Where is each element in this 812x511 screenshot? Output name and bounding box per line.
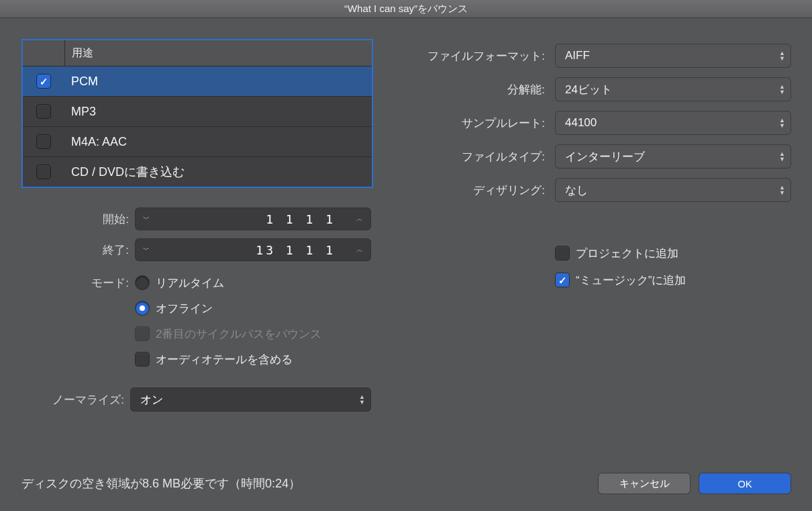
left-column: 用途 PCM MP3	[21, 39, 370, 498]
checkbox-icon	[136, 353, 149, 366]
mode-realtime[interactable]: リアルタイム	[136, 274, 321, 291]
destination-header-check	[23, 40, 65, 66]
file-format-value: AIFF	[565, 49, 590, 62]
dithering-select[interactable]: なし ▲▼	[556, 179, 791, 201]
destination-check-cd[interactable]	[23, 165, 64, 179]
sample-rate-select[interactable]: 44100 ▲▼	[556, 111, 791, 134]
checkbox-icon	[556, 273, 569, 287]
destination-label: M4A: AAC	[64, 135, 372, 149]
sample-rate-value: 44100	[565, 116, 597, 130]
destination-check-m4a[interactable]	[23, 135, 64, 148]
resolution-field: 分解能: 24ビット ▲▼	[397, 73, 791, 106]
start-position-row: 開始: 1 1 1 1	[21, 208, 370, 230]
dithering-field: ディザリング: なし ▲▼	[397, 173, 791, 207]
updown-icon: ▲▼	[779, 118, 785, 128]
destination-header-label: 用途	[65, 40, 372, 66]
file-type-label: ファイルタイプ:	[397, 149, 545, 165]
updown-icon: ▲▼	[779, 185, 785, 195]
normalize-label: ノーマライズ:	[21, 392, 124, 408]
resolution-select[interactable]: 24ビット ▲▼	[556, 78, 791, 101]
file-format-select[interactable]: AIFF ▲▼	[556, 44, 791, 67]
radio-icon	[136, 276, 149, 289]
normalize-value: オン	[140, 392, 163, 408]
mode-offline[interactable]: オフライン	[136, 299, 321, 317]
file-format-label: ファイルフォーマット:	[397, 48, 545, 64]
cancel-label: キャンセル	[619, 477, 670, 490]
normalize-row: ノーマライズ: オン ▲▼	[21, 388, 370, 411]
resolution-value: 24ビット	[565, 82, 612, 97]
sample-rate-field: サンプルレート: 44100 ▲▼	[397, 106, 791, 140]
mode-row: モード: リアルタイム オフライン 2番目のサイクルパスをバウンス	[21, 274, 370, 368]
window-titlebar: “What I can say”をバウンス	[0, 0, 812, 18]
add-to-music-label: “ミュージック”に追加	[576, 273, 686, 288]
destination-row-cd[interactable]: CD / DVDに書き込む	[23, 157, 372, 187]
file-type-field: ファイルタイプ: インターリーブ ▲▼	[397, 140, 791, 173]
resolution-label: 分解能:	[397, 82, 545, 97]
destination-check-pcm[interactable]	[23, 75, 64, 88]
file-format-field: ファイルフォーマット: AIFF ▲▼	[397, 39, 791, 73]
second-pass-label: 2番目のサイクルパスをバウンス	[156, 326, 321, 342]
add-to-project-option[interactable]: プロジェクトに追加	[556, 244, 791, 262]
sample-rate-label: サンプルレート:	[397, 115, 545, 131]
checkbox-icon	[37, 165, 50, 179]
ok-label: OK	[738, 478, 752, 490]
radio-icon	[136, 301, 149, 315]
start-position-stepper[interactable]: 1 1 1 1	[136, 208, 370, 230]
mode-offline-label: オフライン	[156, 301, 213, 316]
dialog-footer: ディスクの空き領域が8.6 MB必要です（時間0:24） キャンセル OK	[21, 473, 791, 494]
window-title: “What I can say”をバウンス	[344, 3, 468, 15]
end-label: 終了:	[21, 242, 129, 258]
ok-button[interactable]: OK	[699, 473, 791, 494]
add-to-project-label: プロジェクトに追加	[576, 246, 678, 261]
updown-icon: ▲▼	[779, 51, 785, 60]
chevron-down-icon[interactable]	[136, 208, 157, 230]
chevron-up-icon[interactable]	[349, 239, 370, 261]
footer-buttons: キャンセル OK	[599, 473, 791, 494]
file-type-select[interactable]: インターリーブ ▲▼	[556, 145, 791, 168]
mode-realtime-label: リアルタイム	[156, 275, 224, 291]
updown-icon: ▲▼	[359, 395, 365, 404]
checkbox-icon	[37, 135, 50, 148]
destination-label: PCM	[64, 75, 372, 89]
destination-table: 用途 PCM MP3	[21, 39, 373, 188]
add-options: プロジェクトに追加 “ミュージック”に追加	[397, 244, 791, 289]
destination-label: MP3	[64, 105, 372, 119]
include-tail-option[interactable]: オーディオテールを含める	[136, 351, 321, 368]
checkbox-icon	[37, 105, 50, 118]
checkbox-icon	[136, 327, 149, 340]
second-pass-option: 2番目のサイクルパスをバウンス	[136, 325, 321, 342]
updown-icon: ▲▼	[779, 152, 785, 161]
disk-status: ディスクの空き領域が8.6 MB必要です（時間0:24）	[21, 475, 301, 492]
destination-header: 用途	[23, 40, 372, 66]
end-value[interactable]: 13 1 1 1	[157, 239, 349, 261]
right-column: ファイルフォーマット: AIFF ▲▼ 分解能: 24ビット ▲▼ サンプルレー…	[397, 39, 791, 498]
chevron-down-icon[interactable]	[136, 239, 157, 261]
dithering-value: なし	[565, 183, 588, 198]
dialog-content: 用途 PCM MP3	[0, 17, 812, 511]
dithering-label: ディザリング:	[397, 183, 545, 198]
checkbox-icon	[37, 75, 50, 88]
left-form: 開始: 1 1 1 1 終了: 13 1 1 1	[21, 208, 370, 411]
destination-row-m4a[interactable]: M4A: AAC	[23, 127, 372, 157]
end-position-row: 終了: 13 1 1 1	[21, 239, 370, 261]
destination-check-mp3[interactable]	[23, 105, 64, 118]
end-position-stepper[interactable]: 13 1 1 1	[136, 239, 370, 261]
bounce-dialog: “What I can say”をバウンス 用途 PCM	[0, 0, 812, 511]
updown-icon: ▲▼	[779, 85, 785, 94]
destination-row-pcm[interactable]: PCM	[23, 66, 372, 97]
normalize-select[interactable]: オン ▲▼	[131, 388, 370, 411]
cancel-button[interactable]: キャンセル	[599, 473, 690, 494]
start-label: 開始:	[21, 212, 129, 227]
destination-row-mp3[interactable]: MP3	[23, 97, 372, 127]
mode-options: リアルタイム オフライン 2番目のサイクルパスをバウンス オーディオテ	[136, 274, 321, 368]
include-tail-label: オーディオテールを含める	[156, 352, 293, 367]
start-value[interactable]: 1 1 1 1	[157, 208, 349, 230]
file-type-value: インターリーブ	[565, 149, 645, 165]
add-to-music-option[interactable]: “ミュージック”に追加	[556, 271, 791, 289]
destination-label: CD / DVDに書き込む	[64, 164, 372, 180]
checkbox-icon	[556, 246, 569, 260]
mode-label: モード:	[21, 274, 129, 291]
chevron-up-icon[interactable]	[349, 208, 370, 230]
